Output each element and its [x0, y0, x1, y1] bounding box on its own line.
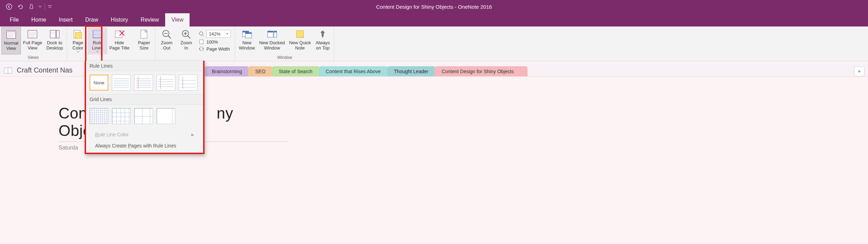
ribbon: Normal View Full Page View Dock to Deskt… [0, 26, 868, 61]
chevron-down-icon [96, 51, 99, 53]
hide-title-label: Hide Page Title [109, 40, 130, 51]
new-window-label: New Window [239, 40, 255, 51]
svg-rect-7 [28, 30, 37, 38]
pin-icon [317, 29, 328, 40]
dock-to-desktop-button[interactable]: Dock to Desktop [44, 27, 65, 54]
page-color-label: Page Color [72, 40, 83, 51]
rule-standard-swatch[interactable] [156, 75, 175, 91]
quick-note-icon [294, 29, 306, 40]
grid-xlarge-swatch[interactable] [156, 108, 175, 124]
section-tab-seo[interactable]: SEO [248, 66, 272, 76]
rule-lines-gallery: None [86, 71, 203, 94]
tab-file[interactable]: File [3, 13, 25, 26]
grid-lines-header: Grid Lines [86, 94, 203, 105]
svg-rect-41 [243, 31, 249, 32]
on-top-label: Always on Top [316, 40, 330, 51]
svg-rect-38 [200, 40, 203, 44]
svg-rect-18 [93, 30, 102, 38]
tab-review[interactable]: Review [135, 13, 165, 26]
svg-rect-43 [245, 32, 252, 34]
notebook-title: Craft Content Nas [17, 66, 72, 74]
rule-lines-label: Rule Lines [92, 40, 103, 51]
zoom-out-button[interactable]: Zoom Out [157, 27, 176, 54]
touch-dropdown-icon[interactable] [38, 2, 43, 12]
svg-point-36 [199, 32, 203, 35]
ribbon-group-window: New Window New Docked Window New Quick N… [235, 26, 334, 61]
page-icon [199, 39, 204, 45]
qat-separator [45, 3, 45, 10]
hide-title-icon [114, 29, 125, 40]
paper-size-button[interactable]: Paper Size [134, 27, 154, 54]
svg-rect-49 [4, 68, 8, 73]
zoom-combo[interactable]: 142% ▾ [206, 30, 231, 38]
full-page-view-button[interactable]: Full Page View [21, 27, 44, 54]
section-tab-shiny[interactable]: Content Design for Shiny Objects [435, 66, 528, 76]
new-docked-window-button[interactable]: New Docked Window [257, 27, 287, 54]
tab-history[interactable]: History [105, 13, 135, 26]
rule-wide-swatch[interactable] [179, 75, 198, 91]
section-tab-leader[interactable]: Thought Leader [387, 66, 436, 76]
svg-rect-45 [268, 31, 273, 32]
hide-page-title-button[interactable]: Hide Page Title [107, 27, 132, 54]
always-create-item[interactable]: Always Create Pages with Rule Lines [86, 140, 203, 151]
new-window-icon [241, 29, 253, 40]
back-button[interactable] [4, 2, 14, 12]
dock-label: Dock to Desktop [46, 40, 63, 51]
page-width-button[interactable]: Page Width [199, 46, 231, 52]
touch-mode-button[interactable] [26, 2, 36, 12]
tab-draw[interactable]: Draw [79, 13, 104, 26]
normal-view-button[interactable]: Normal View [1, 27, 21, 54]
tab-home[interactable]: Home [25, 13, 53, 26]
always-on-top-button[interactable]: Always on Top [313, 27, 332, 54]
dropdown-footer: Rule Line Color ▶ Always Create Pages wi… [86, 128, 203, 153]
svg-rect-39 [200, 47, 203, 51]
zoom-in-button[interactable]: Zoom In [176, 27, 196, 54]
new-window-button[interactable]: New Window [237, 27, 257, 54]
zoom-value: 142% [209, 31, 220, 37]
section-tabs: Brainstorming SEO State of Search Conten… [205, 66, 851, 76]
rule-lines-button[interactable]: Rule Lines [88, 27, 107, 54]
grid-small-swatch[interactable] [90, 108, 108, 124]
window-group-label: Window [237, 54, 332, 61]
submenu-arrow-icon: ▶ [191, 132, 194, 137]
rule-college-swatch[interactable] [134, 75, 153, 91]
zoom-in-icon [180, 29, 192, 40]
rule-none-swatch[interactable]: None [90, 75, 108, 91]
rule-lines-dropdown: Rule Lines None Grid Lines Rule Line Col… [85, 61, 205, 154]
tab-view[interactable]: View [165, 13, 190, 26]
svg-rect-12 [50, 30, 56, 38]
page-width-icon [199, 46, 204, 52]
notebook-title-area[interactable]: Craft Content Nas [3, 66, 79, 76]
ribbon-tabs: File Home Insert Draw History Review Vie… [0, 13, 868, 26]
quick-note-label: New Quick Note [289, 40, 311, 51]
new-quick-note-button[interactable]: New Quick Note [287, 27, 313, 54]
ribbon-group-paper: Paper Size [133, 26, 155, 61]
svg-rect-50 [8, 68, 12, 73]
full-page-view-label: Full Page View [23, 40, 42, 51]
normal-view-label: Normal View [4, 41, 18, 51]
section-tab-brainstorming[interactable]: Brainstorming [205, 66, 249, 76]
svg-line-37 [202, 35, 204, 36]
section-tab-state[interactable]: State of Search [272, 66, 320, 76]
rule-lines-icon [92, 29, 103, 40]
docked-window-icon [267, 29, 278, 40]
quick-access-toolbar [0, 2, 53, 12]
zoom-icon [199, 31, 204, 37]
rule-narrow-swatch[interactable] [112, 75, 131, 91]
page-color-button[interactable]: Page Color [68, 27, 88, 54]
grid-large-swatch[interactable] [134, 108, 153, 124]
chevron-down-icon [77, 51, 79, 53]
page-color-icon [72, 29, 84, 40]
tab-insert[interactable]: Insert [52, 13, 79, 26]
section-tab-rises[interactable]: Content that Rises Above [319, 66, 388, 76]
dock-icon [49, 29, 60, 40]
svg-rect-3 [7, 31, 16, 32]
customize-qat-button[interactable] [47, 2, 53, 12]
svg-point-0 [6, 4, 12, 9]
add-section-button[interactable]: + [854, 67, 865, 76]
full-page-view-icon [27, 29, 38, 40]
grid-medium-swatch[interactable] [112, 108, 131, 124]
undo-button[interactable] [15, 2, 25, 12]
views-group-label: Views [1, 54, 65, 61]
zoom-100-button[interactable]: 100% [199, 39, 231, 45]
